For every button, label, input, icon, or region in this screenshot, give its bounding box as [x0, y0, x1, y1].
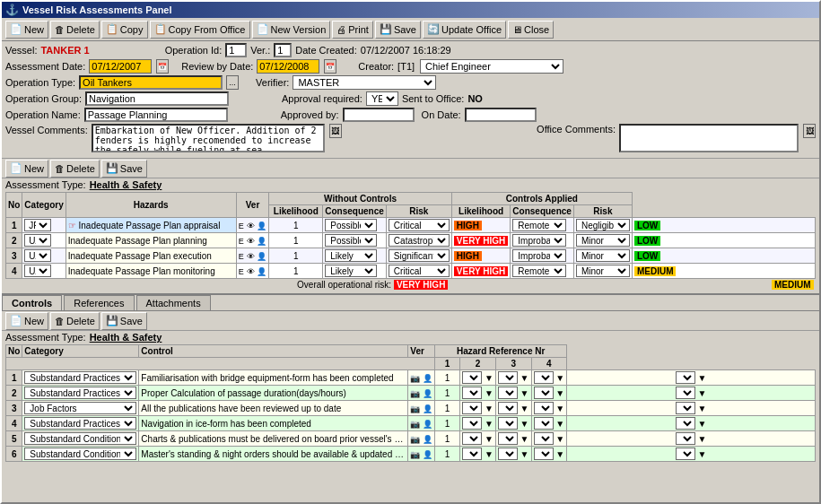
- user-icon[interactable]: 👤: [257, 252, 266, 261]
- ctrl-category-select[interactable]: Substandard Practices: [24, 417, 136, 430]
- consequence2-select[interactable]: Minor: [576, 265, 630, 277]
- category-select[interactable]: UA: [24, 265, 51, 277]
- h4-select[interactable]: 2: [676, 371, 695, 384]
- tab-controls[interactable]: Controls: [2, 295, 62, 310]
- controls-delete-button[interactable]: 🗑 Delete: [50, 312, 100, 330]
- h2-select[interactable]: 4: [498, 417, 518, 430]
- ctrl-category-select[interactable]: Substandard Conditions: [24, 448, 136, 460]
- h1-select[interactable]: 2: [462, 448, 482, 460]
- tab-references[interactable]: References: [64, 295, 134, 310]
- print-button[interactable]: 🖨 Print: [332, 21, 373, 39]
- h3-select[interactable]: 3: [534, 371, 554, 384]
- h1-select[interactable]: 4: [462, 387, 482, 399]
- edit-icon[interactable]: E: [239, 252, 244, 261]
- consequence-select[interactable]: Significant: [389, 249, 450, 262]
- likelihood2-select[interactable]: Improbable: [512, 249, 566, 262]
- ctrl-category-select[interactable]: Substandard Conditions: [24, 432, 136, 445]
- tab-attachments[interactable]: Attachments: [136, 295, 211, 310]
- edit-icon[interactable]: E: [239, 222, 244, 230]
- view-icon[interactable]: 👁: [247, 237, 255, 246]
- h4-select[interactable]: 2: [676, 387, 695, 399]
- save-button[interactable]: 💾 Save: [375, 21, 421, 39]
- h2-select[interactable]: 4: [498, 387, 518, 399]
- ctrl-cam-icon[interactable]: 📷: [410, 404, 420, 413]
- copy-from-office-button[interactable]: 📋 Copy From Office: [150, 21, 250, 39]
- consequence2-select[interactable]: Minor: [576, 234, 630, 247]
- likelihood-select[interactable]: Likely: [325, 265, 377, 277]
- h2-select[interactable]: 4: [498, 371, 518, 384]
- h4-select[interactable]: 2: [676, 417, 695, 430]
- edit-icon[interactable]: E: [239, 267, 244, 276]
- assessment-delete-button[interactable]: 🗑 Delete: [50, 160, 100, 178]
- h4-select[interactable]: 2: [676, 432, 695, 445]
- likelihood-select[interactable]: Likely: [325, 249, 377, 262]
- ctrl-cam-icon[interactable]: 📷: [410, 420, 420, 429]
- h3-select[interactable]: 3: [534, 402, 554, 414]
- ctrl-user-icon[interactable]: 👤: [423, 420, 432, 429]
- verifier-select[interactable]: MASTER: [293, 75, 436, 90]
- assessment-date-input[interactable]: [89, 59, 152, 74]
- category-select[interactable]: JF: [24, 219, 51, 231]
- operation-group-input[interactable]: [85, 91, 229, 106]
- h2-select[interactable]: 4: [498, 432, 518, 445]
- likelihood2-select[interactable]: Remote: [512, 265, 566, 277]
- h1-select[interactable]: 4: [462, 402, 482, 414]
- new-version-button[interactable]: 📄 New Version: [252, 21, 331, 39]
- likelihood2-select[interactable]: Improbable: [512, 234, 566, 247]
- ctrl-category-select[interactable]: Substandard Practices: [24, 371, 136, 384]
- user-icon[interactable]: 👤: [257, 222, 266, 230]
- ctrl-cam-icon[interactable]: 📷: [410, 435, 420, 444]
- h4-select[interactable]: 2: [676, 402, 695, 414]
- consequence-select[interactable]: Critical: [389, 219, 450, 231]
- edit-icon[interactable]: E: [239, 237, 244, 246]
- likelihood2-select[interactable]: Remote: [512, 219, 566, 231]
- vessel-comments-browse[interactable]: 🖼: [329, 124, 342, 138]
- ctrl-user-icon[interactable]: 👤: [423, 374, 432, 383]
- close-button[interactable]: 🖥 Close: [508, 21, 554, 39]
- consequence2-select[interactable]: Minor: [576, 249, 630, 262]
- ctrl-user-icon[interactable]: 👤: [423, 404, 432, 413]
- ctrl-category-select[interactable]: Substandard Practices: [24, 387, 136, 399]
- category-select[interactable]: UA: [24, 249, 51, 262]
- creator-select[interactable]: Chief Engineer: [420, 59, 563, 74]
- consequence-select[interactable]: Critical: [389, 265, 450, 277]
- ctrl-category-select[interactable]: Job Factors: [24, 402, 136, 414]
- user-icon[interactable]: 👤: [257, 267, 266, 276]
- operation-type-browse[interactable]: ...: [226, 75, 239, 90]
- controls-save-button[interactable]: 💾 Save: [101, 312, 147, 330]
- operation-name-input[interactable]: [84, 108, 228, 122]
- likelihood-select[interactable]: Possible: [325, 234, 377, 247]
- ver-input[interactable]: [274, 43, 292, 57]
- ctrl-user-icon[interactable]: 👤: [423, 435, 432, 444]
- review-date-picker[interactable]: 📅: [324, 59, 336, 74]
- h1-select[interactable]: 3: [462, 417, 482, 430]
- new-button[interactable]: 📄 New: [5, 21, 48, 39]
- office-comments-browse[interactable]: 🖼: [803, 124, 816, 138]
- assessment-new-button[interactable]: 📄 New: [5, 160, 48, 178]
- h3-select[interactable]: 3: [534, 417, 554, 430]
- ctrl-user-icon[interactable]: 👤: [423, 389, 432, 398]
- ctrl-cam-icon[interactable]: 📷: [410, 450, 420, 459]
- delete-button[interactable]: 🗑 Delete: [50, 21, 100, 39]
- h4-select[interactable]: 4: [676, 448, 695, 460]
- view-icon[interactable]: 👁: [247, 222, 255, 230]
- operation-type-input[interactable]: [79, 75, 223, 90]
- consequence2-select[interactable]: Negligible: [576, 219, 630, 231]
- operation-id-input[interactable]: [225, 43, 247, 57]
- assessment-date-picker[interactable]: 📅: [156, 59, 169, 74]
- review-by-date-input[interactable]: [257, 59, 319, 74]
- ctrl-cam-icon[interactable]: 📷: [410, 389, 420, 398]
- on-date-input[interactable]: [465, 108, 537, 122]
- controls-new-button[interactable]: 📄 New: [5, 312, 48, 330]
- ctrl-cam-icon[interactable]: 📷: [410, 374, 420, 383]
- office-comments-textarea[interactable]: [619, 124, 799, 152]
- h2-select[interactable]: 2: [498, 448, 518, 460]
- copy-button[interactable]: 📋 Copy: [101, 21, 148, 39]
- vessel-comments-textarea[interactable]: Embarkation of New Officer. Addition of …: [92, 124, 325, 152]
- approval-required-select[interactable]: YES: [366, 91, 398, 106]
- h3-select[interactable]: 3: [534, 432, 554, 445]
- likelihood-select[interactable]: Possible: [325, 219, 377, 231]
- assessment-save-button[interactable]: 💾 Save: [101, 160, 147, 178]
- view-icon[interactable]: 👁: [247, 252, 255, 261]
- h2-select[interactable]: 4: [498, 402, 518, 414]
